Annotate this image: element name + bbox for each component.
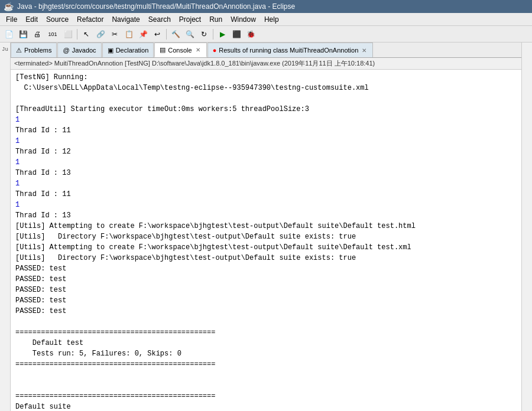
console-line-1: [TestNG] Running: [15, 72, 517, 83]
toolbar-debug[interactable]: 🐞 [244, 28, 257, 41]
toolbar-sep-3 [213, 29, 213, 40]
results-icon: ● [213, 47, 217, 54]
toolbar-run[interactable]: ▶ [216, 28, 229, 41]
menu-run[interactable]: Run [206, 14, 226, 25]
declaration-icon: ▣ [108, 47, 113, 54]
console-line-2: C:\Users\DELL\AppData\Local\Temp\testng-… [15, 83, 517, 93]
menu-source[interactable]: Source [43, 14, 72, 25]
tab-console[interactable]: ▤ Console ✕ [154, 43, 206, 57]
console-line-9: 1 [15, 157, 517, 168]
console-output[interactable]: [TestNG] Running: C:\Users\DELL\AppData\… [11, 70, 521, 411]
toolbar-link[interactable]: 🔗 [94, 28, 107, 41]
console-line-15: [Utils] Attempting to create F:\workspac… [15, 221, 517, 231]
toolbar-cursor[interactable]: ↖ [80, 28, 93, 41]
terminated-status: <terminated> MuitiThreadOnAnnotion [Test… [14, 60, 375, 67]
results-close-icon[interactable]: ✕ [361, 47, 368, 54]
console-line-31: ========================================… [15, 391, 517, 402]
console-line-23: PASSED: test [15, 306, 517, 317]
gutter-ju-icon: Ju [1, 45, 10, 54]
console-close-icon[interactable]: ✕ [194, 47, 202, 53]
left-gutter: Ju [0, 43, 11, 411]
console-line-19: PASSED: test [15, 263, 517, 274]
problems-icon: ⚠ [16, 47, 22, 54]
console-line-14: Thrad Id : 13 [15, 210, 517, 221]
console-line-18: [Utils] Directory F:\workspace\bjhgtest\… [15, 253, 517, 263]
console-line-12: Thrad Id : 11 [15, 189, 517, 200]
menu-navigate[interactable]: Navigate [108, 14, 143, 25]
console-line-6: Thrad Id : 11 [15, 125, 517, 136]
console-line-28: ========================================… [15, 359, 517, 370]
tab-declaration-label: Declaration [116, 47, 149, 54]
console-line-17: [Utils] Attempting to create F:\workspac… [15, 242, 517, 253]
tab-javadoc-label: Javadoc [72, 47, 96, 54]
toolbar-copy[interactable]: 📋 [122, 28, 135, 41]
console-line-24 [15, 317, 517, 327]
toolbar-undo[interactable]: ↩ [151, 28, 164, 41]
console-line-27: Tests run: 5, Failures: 0, Skips: 0 [15, 348, 517, 359]
console-line-32: Default suite [15, 402, 517, 411]
console-line-8: Thrad Id : 12 [15, 146, 517, 157]
console-line-20: PASSED: test [15, 274, 517, 285]
window-title: Java - bjhgtest/src/com/course/testng/mu… [17, 2, 295, 11]
console-line-11: 1 [15, 178, 517, 189]
tab-results[interactable]: ● Results of running class MuitiThreadOn… [207, 43, 374, 57]
menu-help[interactable]: Help [261, 14, 283, 25]
console-line-16: [Utils] Directory F:\workspace\bjhgtest\… [15, 231, 517, 242]
toolbar-build[interactable]: 🔨 [169, 28, 182, 41]
menu-refactor[interactable]: Refactor [73, 14, 107, 25]
eclipse-icon: ☕ [4, 2, 14, 11]
tab-problems[interactable]: ⚠ Problems [11, 43, 57, 57]
console-icon: ▤ [160, 46, 166, 54]
console-line-30 [15, 380, 517, 391]
toolbar-cut[interactable]: ✂ [108, 28, 121, 41]
content-area: ⚠ Problems @ Javadoc ▣ Declaration ▤ Con… [11, 43, 521, 411]
menu-project[interactable]: Project [176, 14, 205, 25]
toolbar-stop[interactable]: ⬛ [230, 28, 243, 41]
toolbar-print[interactable]: 🖨 [31, 28, 44, 41]
tab-problems-label: Problems [24, 47, 51, 54]
tab-console-label: Console [168, 47, 192, 54]
toolbar-sep-2 [166, 29, 167, 40]
right-toolbar [521, 43, 532, 411]
console-line-5: 1 [15, 115, 517, 125]
menu-search[interactable]: Search [145, 14, 174, 25]
toolbar: 📄 💾 🖨 101 ⬜ ↖ 🔗 ✂ 📋 📌 ↩ 🔨 🔍 ↻ ▶ ⬛ 🐞 [0, 26, 532, 43]
toolbar-refresh[interactable]: ↻ [197, 28, 210, 41]
toolbar-new[interactable]: 📄 [2, 28, 15, 41]
toolbar-save[interactable]: 💾 [17, 28, 30, 41]
console-line-3 [15, 93, 517, 104]
toolbar-num[interactable]: 101 [45, 28, 60, 41]
console-line-22: PASSED: test [15, 295, 517, 306]
console-line-7: 1 [15, 136, 517, 146]
tab-declaration[interactable]: ▣ Declaration [102, 43, 154, 57]
menu-bar: File Edit Source Refactor Navigate Searc… [0, 13, 532, 26]
console-line-21: PASSED: test [15, 285, 517, 295]
console-line-29 [15, 370, 517, 380]
toolbar-search[interactable]: 🔍 [183, 28, 196, 41]
tab-bar: ⚠ Problems @ Javadoc ▣ Declaration ▤ Con… [11, 43, 521, 58]
tab-results-label: Results of running class MuitiThreadOnAn… [219, 47, 358, 54]
toolbar-paste[interactable]: 📌 [137, 28, 150, 41]
console-line-4: [ThreadUtil] Starting executor timeOut:0… [15, 104, 517, 115]
toolbar-sep-1 [77, 29, 77, 40]
menu-edit[interactable]: Edit [22, 14, 41, 25]
toolbar-view[interactable]: ⬜ [61, 28, 74, 41]
console-line-10: Thrad Id : 13 [15, 168, 517, 178]
menu-window[interactable]: Window [227, 14, 259, 25]
console-line-13: 1 [15, 200, 517, 210]
tab-javadoc[interactable]: @ Javadoc [57, 43, 101, 57]
main-layout: Ju ⚠ Problems @ Javadoc ▣ Declaration ▤ … [0, 43, 532, 411]
javadoc-icon: @ [63, 47, 69, 54]
console-line-25: ========================================… [15, 327, 517, 338]
status-bar: <terminated> MuitiThreadOnAnnotion [Test… [11, 58, 521, 70]
menu-file[interactable]: File [2, 14, 21, 25]
title-bar: ☕ Java - bjhgtest/src/com/course/testng/… [0, 0, 532, 13]
console-line-26: Default test [15, 338, 517, 348]
